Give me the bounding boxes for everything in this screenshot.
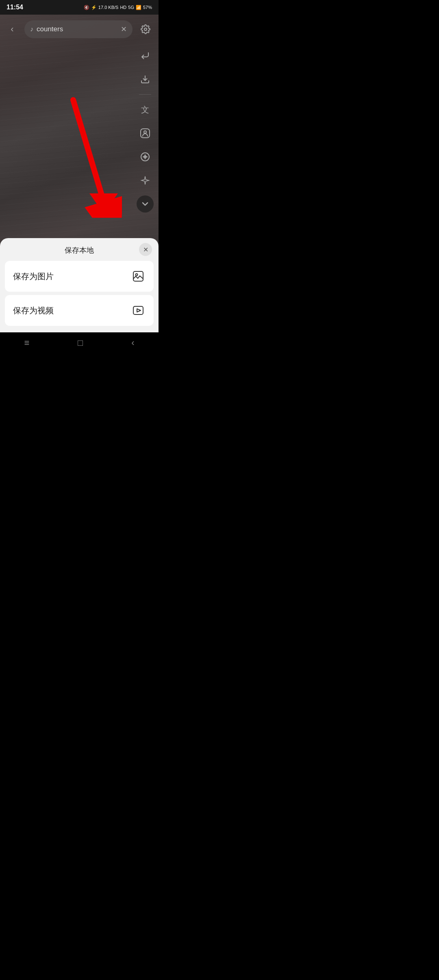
svg-marker-12: [137, 309, 141, 312]
translate-button[interactable]: 文: [137, 101, 154, 118]
sheet-options: 保存为图片 保存为视频: [0, 261, 159, 326]
sheet-close-button[interactable]: ✕: [139, 243, 152, 256]
svg-point-10: [136, 274, 138, 276]
bottom-sheet: 保存本地 ✕ 保存为图片 保存为视频: [0, 238, 159, 332]
back-button[interactable]: ‹: [5, 22, 20, 37]
avatar-button[interactable]: [137, 125, 154, 142]
download-icon: [140, 74, 150, 84]
translate-icon: 文: [141, 104, 149, 115]
bluetooth-icon: ⚡: [91, 5, 97, 10]
gear-icon: [141, 24, 150, 34]
chevron-down-icon: [141, 200, 149, 208]
search-query-text: counters: [37, 25, 117, 33]
status-icons: 🔇 ⚡ 17.0 KB/S HD 5G 📶 57%: [84, 5, 152, 10]
more-button[interactable]: [137, 195, 154, 212]
home-icon: □: [78, 338, 83, 348]
settings-button[interactable]: [137, 21, 154, 37]
music-icon: ♪: [30, 26, 33, 33]
status-time: 11:54: [7, 4, 23, 11]
save-as-image-option[interactable]: 保存为图片: [5, 261, 154, 292]
nav-back-button[interactable]: ‹: [131, 338, 134, 348]
close-icon: ✕: [143, 246, 148, 254]
signal-icon: 📶: [136, 5, 141, 10]
toolbar-divider: [139, 94, 151, 95]
svg-point-0: [144, 28, 147, 30]
top-bar: ‹ ♪ counters ✕: [0, 15, 159, 44]
nav-menu-button[interactable]: ≡: [24, 338, 29, 348]
sheet-header: 保存本地 ✕: [0, 238, 159, 261]
video-icon: [131, 303, 146, 318]
network-label: 5G: [128, 5, 134, 10]
ai-enhance-button[interactable]: [137, 148, 154, 165]
share-button[interactable]: [137, 47, 154, 64]
hd-badge: HD: [120, 5, 126, 10]
battery-label: 57%: [143, 5, 152, 10]
main-content: ‹ ♪ counters ✕: [0, 15, 159, 332]
svg-point-3: [144, 131, 146, 133]
speed-label: 17.0 KB/S: [98, 5, 119, 10]
sparkle-button[interactable]: [137, 172, 154, 189]
avatar-icon: [140, 128, 150, 139]
save-video-label: 保存为视频: [13, 305, 54, 316]
save-as-video-option[interactable]: 保存为视频: [5, 295, 154, 326]
svg-rect-11: [133, 306, 143, 314]
back-icon: ‹: [131, 338, 134, 348]
nav-bar: ≡ □ ‹: [0, 332, 159, 353]
mute-icon: 🔇: [84, 5, 89, 10]
sparkle-icon: [140, 175, 150, 186]
right-toolbar: 文: [137, 47, 154, 212]
download-button[interactable]: [137, 71, 154, 88]
sheet-title: 保存本地: [65, 245, 94, 255]
status-bar: 11:54 🔇 ⚡ 17.0 KB/S HD 5G 📶 57%: [0, 0, 159, 15]
menu-icon: ≡: [24, 338, 29, 348]
search-clear-button[interactable]: ✕: [121, 25, 127, 34]
save-image-label: 保存为图片: [13, 271, 54, 282]
svg-rect-9: [133, 271, 143, 281]
share-icon: [140, 51, 150, 61]
ai-enhance-icon: [140, 152, 150, 162]
search-bar[interactable]: ♪ counters ✕: [24, 20, 133, 38]
nav-home-button[interactable]: □: [78, 338, 83, 348]
image-icon: [131, 269, 146, 284]
